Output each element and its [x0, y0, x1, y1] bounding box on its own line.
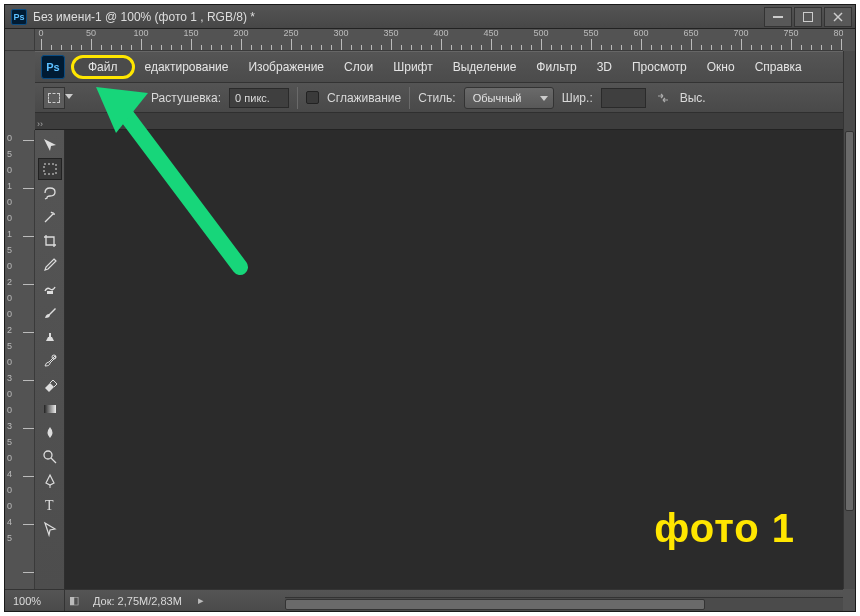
- rect-marquee-icon: [48, 93, 60, 103]
- document-tabs: ››: [35, 113, 843, 130]
- maximize-button[interactable]: [794, 7, 822, 27]
- options-bar: Растушевка: 0 пикс. Сглаживание Стиль: О…: [35, 83, 843, 113]
- window-title: Без имени-1 @ 100% (фото 1 , RGB/8) *: [33, 10, 762, 24]
- brush-tool[interactable]: [38, 302, 62, 324]
- antialias-label: Сглаживание: [327, 91, 401, 105]
- width-input[interactable]: [601, 88, 646, 108]
- app-window: Ps Без имени-1 @ 100% (фото 1 , RGB/8) *…: [4, 4, 856, 612]
- vertical-scrollbar[interactable]: [843, 51, 855, 589]
- svg-point-8: [44, 451, 52, 459]
- svg-text:T: T: [45, 498, 54, 513]
- magic-wand-tool[interactable]: [38, 206, 62, 228]
- history-brush-tool[interactable]: [38, 350, 62, 372]
- toolbar: T: [35, 130, 65, 589]
- separator: [409, 87, 410, 109]
- titlebar: Ps Без имени-1 @ 100% (фото 1 , RGB/8) *: [5, 5, 855, 29]
- menu-выделение[interactable]: Выделение: [443, 56, 527, 78]
- rect-marquee-tool[interactable]: [38, 158, 62, 180]
- width-label: Шир.:: [562, 91, 593, 105]
- spot-heal-tool[interactable]: [38, 278, 62, 300]
- menu-шрифт[interactable]: Шрифт: [383, 56, 442, 78]
- ps-logo-icon: Ps: [41, 55, 65, 79]
- pen-tool[interactable]: [38, 470, 62, 492]
- menu-справка[interactable]: Справка: [745, 56, 812, 78]
- app-icon: Ps: [11, 9, 27, 25]
- menu-изображение[interactable]: Изображение: [238, 56, 334, 78]
- menu-окно[interactable]: Окно: [697, 56, 745, 78]
- zoom-level[interactable]: 100%: [5, 590, 65, 611]
- menu-фильтр[interactable]: Фильтр: [526, 56, 586, 78]
- menu-едактирование[interactable]: едактирование: [135, 56, 239, 78]
- eyedropper-tool[interactable]: [38, 254, 62, 276]
- swap-icon[interactable]: [654, 89, 672, 107]
- type-tool[interactable]: T: [38, 494, 62, 516]
- close-button[interactable]: [824, 7, 852, 27]
- scrollbar-thumb[interactable]: [845, 131, 854, 511]
- minimize-button[interactable]: [764, 7, 792, 27]
- svg-rect-0: [773, 16, 783, 18]
- menubar: Ps ФайледактированиеИзображениеСлоиШрифт…: [35, 51, 843, 83]
- antialias-checkbox[interactable]: [306, 91, 319, 104]
- ruler-vertical[interactable]: 05010015020025030035040045: [5, 130, 35, 589]
- path-select-tool[interactable]: [38, 518, 62, 540]
- chevron-down-icon: [65, 94, 73, 99]
- svg-rect-4: [44, 164, 56, 174]
- menu-слои[interactable]: Слои: [334, 56, 383, 78]
- svg-rect-5: [47, 291, 53, 294]
- svg-line-9: [51, 458, 56, 463]
- gradient-tool[interactable]: [38, 398, 62, 420]
- chevron-down-icon: [540, 96, 548, 101]
- scrollbar-thumb[interactable]: [285, 599, 705, 610]
- blur-tool[interactable]: [38, 422, 62, 444]
- lasso-tool[interactable]: [38, 182, 62, 204]
- doc-info: Док: 2,75M/2,83M: [83, 595, 192, 607]
- tool-preset-picker[interactable]: [43, 87, 65, 109]
- horizontal-scrollbar[interactable]: [285, 597, 843, 611]
- svg-rect-7: [44, 405, 56, 413]
- eraser-tool[interactable]: [38, 374, 62, 396]
- style-value: Обычный: [473, 92, 522, 104]
- menu-файл[interactable]: Файл: [71, 55, 135, 79]
- svg-rect-1: [804, 12, 813, 21]
- feather-input[interactable]: 0 пикс.: [229, 88, 289, 108]
- style-label: Стиль:: [418, 91, 455, 105]
- separator: [297, 87, 298, 109]
- clone-stamp-tool[interactable]: [38, 326, 62, 348]
- ruler-horizontal[interactable]: 0501001502002503003504004505005506006507…: [35, 29, 843, 51]
- menu-просмотр[interactable]: Просмотр: [622, 56, 697, 78]
- chevron-right-icon[interactable]: ▸: [192, 594, 210, 607]
- ruler-corner: [5, 29, 35, 51]
- collapse-icon[interactable]: ››: [35, 119, 45, 129]
- annotation-label: фото 1: [654, 506, 795, 551]
- menu-3d[interactable]: 3D: [587, 56, 622, 78]
- doc-preview-icon[interactable]: ◧: [65, 594, 83, 607]
- height-label: Выс.: [680, 91, 706, 105]
- style-select[interactable]: Обычный: [464, 87, 554, 109]
- crop-tool[interactable]: [38, 230, 62, 252]
- feather-label: Растушевка:: [151, 91, 221, 105]
- move-tool[interactable]: [38, 134, 62, 156]
- dodge-tool[interactable]: [38, 446, 62, 468]
